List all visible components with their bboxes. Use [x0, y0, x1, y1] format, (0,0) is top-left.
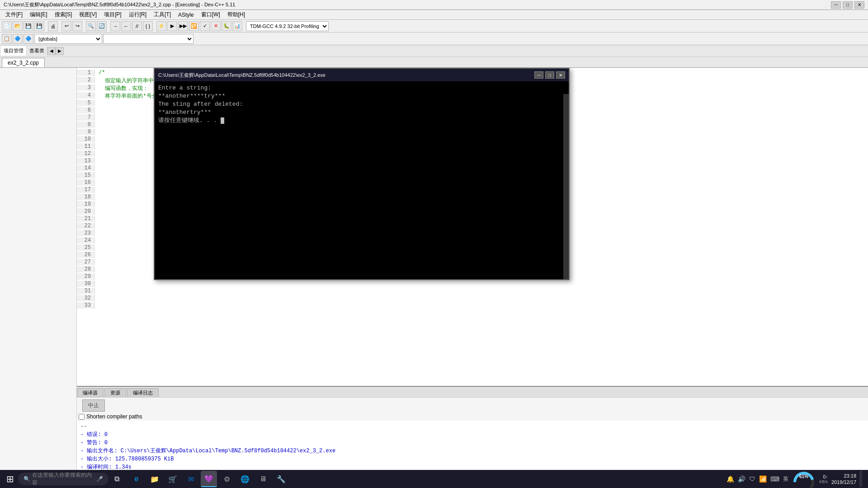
menu-bar: 文件[F]编辑[E]搜索[S]视图[V]项目[P]运行[R]工具[T]AStyl… [0, 10, 868, 20]
indent-button[interactable]: → [110, 21, 120, 31]
compiler-select[interactable]: TDM-GCC 4.9.2 32-bit Profiling [246, 21, 329, 31]
title-bar: C:\Users\王俊辉\AppData\Local\Temp\BNZ.5df8… [0, 0, 868, 10]
task-view-button[interactable]: ⧉ [108, 471, 125, 487]
toggle-comment-button[interactable]: // [132, 21, 142, 31]
taskbar-display[interactable]: 🖥 [255, 471, 271, 487]
terminal-titlebar: C:\Users\王俊辉\AppData\Local\Temp\BNZ.5df8… [155, 69, 569, 81]
sidebar-tab-project[interactable]: 项目管理 [1, 46, 27, 56]
maximize-button[interactable]: □ [843, 1, 853, 9]
rebuild-button[interactable]: 🔁 [189, 21, 199, 31]
main-area: 1 /* 2 假定输入的字符串中只包含字母和*号, 3 编写函数，实现： 4 将… [0, 68, 868, 476]
menu-item-R[interactable]: 运行[R] [125, 10, 150, 19]
taskbar-edge[interactable]: e [128, 471, 145, 487]
cpu-gauge-svg [792, 470, 816, 488]
menu-item-E[interactable]: 编辑[E] [26, 10, 51, 19]
sidebar-panel [0, 68, 77, 476]
menu-item-P[interactable]: 项目[P] [100, 10, 125, 19]
menu-item-S[interactable]: 搜索[S] [51, 10, 76, 19]
save-file-button[interactable]: 💾 [24, 21, 33, 31]
terminal-title: C:\Users\王俊辉\AppData\Local\Temp\BNZ.5df8… [158, 72, 534, 79]
taskbar-settings[interactable]: ⚙ [219, 471, 235, 487]
tab-compiler[interactable]: 编译器 [77, 388, 104, 397]
check-button[interactable]: ✓ [200, 21, 210, 31]
tab-compile-log[interactable]: 编译日志 [127, 388, 159, 397]
menu-item-F[interactable]: 文件[F] [2, 10, 26, 19]
menu-item-H[interactable]: 帮助[H] [224, 10, 249, 19]
terminal-minimize-button[interactable]: ─ [534, 71, 543, 79]
project-btn[interactable]: 📋 [2, 34, 12, 44]
shorten-paths-checkbox[interactable] [79, 414, 85, 420]
minimize-button[interactable]: ─ [831, 1, 841, 9]
compile-button[interactable]: ⚡ [156, 21, 166, 31]
function-select[interactable] [103, 34, 193, 44]
terminal-close-button[interactable]: ✕ [556, 71, 565, 79]
terminal-line-1: Entre a string: [158, 84, 565, 92]
taskbar-apps: e 📁 🛒 ✉ 💜 ⚙ 🌐 🖥 🔧 [128, 471, 427, 487]
new-file-button[interactable]: 📄 [2, 21, 12, 31]
close-button[interactable]: ✕ [854, 1, 864, 9]
terminal-body[interactable]: Entre a string: **another****try*** The … [155, 81, 569, 279]
lang-icon[interactable]: 英 [783, 475, 788, 483]
menu-item-V[interactable]: 视图[V] [75, 10, 100, 19]
debug-button[interactable]: 🐛 [222, 21, 231, 31]
block-button[interactable]: { } [143, 21, 153, 31]
taskbar: ⊞ 🔍 在这里输入你要搜索的内容 🎤 ⧉ e 📁 🛒 ✉ 💜 ⚙ 🌐 🖥 🔧 🔔… [0, 470, 868, 488]
network-icon[interactable]: 🔔 [726, 475, 734, 483]
sidebar-panel-header: 项目管理 查看类 ◀ ▶ [0, 45, 868, 57]
taskbar-vs[interactable]: 💜 [201, 471, 217, 487]
start-button[interactable]: ⊞ [2, 471, 18, 487]
taskbar-devtools[interactable]: 🔧 [273, 471, 289, 487]
search-button[interactable]: 🔍 [86, 21, 96, 31]
compile-run-button[interactable]: ▶▶ [178, 21, 188, 31]
toolbar-row1: 📄 📂 💾 💾 🖨 ↩ ↪ 🔍 🔄 → ← // { } ⚡ ▶ ▶▶ 🔁 ✓ … [0, 20, 868, 33]
terminal-maximize-button[interactable]: □ [545, 71, 554, 79]
unindent-button[interactable]: ← [121, 21, 131, 31]
panel-nav-left[interactable]: ◀ [47, 47, 56, 55]
microphone-icon[interactable]: 🎤 [96, 476, 103, 482]
system-clock[interactable]: 23:18 2019/12/17 [831, 473, 856, 486]
terminal-line-5: 请按任意键继续. . . [158, 117, 565, 125]
chart-button[interactable]: 📊 [232, 21, 242, 31]
terminal-scrollbar[interactable] [563, 94, 569, 279]
show-desktop-button[interactable] [860, 471, 863, 487]
taskbar-mail[interactable]: ✉ [183, 471, 199, 487]
wifi-icon[interactable]: 📶 [759, 475, 767, 483]
menu-item-W[interactable]: 窗口[W] [198, 10, 224, 19]
speed-unit: KB/s [819, 479, 828, 484]
sidebar-tab-class[interactable]: 查看类 [27, 46, 47, 56]
tab-ex2-3-2[interactable]: ex2_3_2.cpp [2, 58, 45, 67]
globals-select[interactable]: {globals} [34, 34, 102, 44]
open-file-button[interactable]: 📂 [13, 21, 23, 31]
taskbar-store[interactable]: 🛒 [165, 471, 181, 487]
tab-bar: ex2_3_2.cpp [0, 57, 868, 68]
class-btn[interactable]: 🔷 [13, 34, 23, 44]
panel-nav-right[interactable]: ▶ [56, 47, 64, 55]
run-button[interactable]: ▶ [167, 21, 177, 31]
upload-speed: 0↑ [823, 474, 828, 479]
volume-icon[interactable]: 🔊 [738, 475, 745, 483]
shorten-paths-label: Shorten compiler paths [86, 413, 142, 420]
debug-btn2[interactable]: 🔷 [24, 34, 33, 44]
menu-item-AStyle[interactable]: AStyle [175, 11, 198, 19]
undo-button[interactable]: ↩ [61, 21, 71, 31]
menu-item-T[interactable]: 工具[T] [150, 10, 175, 19]
redo-button[interactable]: ↪ [72, 21, 82, 31]
stop-button[interactable]: ✕ [211, 21, 221, 31]
system-icon[interactable]: ⌨ [770, 475, 779, 483]
window-title: C:\Users\王俊辉\AppData\Local\Temp\BNZ.5df8… [4, 1, 831, 8]
terminal-cursor [221, 117, 224, 124]
toolbar-row2: 📋 🔷 🔷 {globals} [0, 33, 868, 45]
print-button[interactable]: 🖨 [48, 21, 58, 31]
abort-button[interactable]: 中止 [82, 399, 105, 412]
replace-button[interactable]: 🔄 [97, 21, 107, 31]
taskbar-search-bar[interactable]: 🔍 在这里输入你要搜索的内容 🎤 [18, 473, 108, 485]
save-all-button[interactable]: 💾 [34, 21, 44, 31]
taskbar-explorer[interactable]: 📁 [146, 471, 163, 487]
output-separator: -- [80, 422, 864, 431]
antivirus-icon[interactable]: 🛡 [749, 475, 755, 483]
code-line-30: 30 [77, 281, 868, 288]
taskbar-browser[interactable]: 🌐 [237, 471, 253, 487]
tab-resources[interactable]: 资源 [104, 388, 126, 397]
editor-area[interactable]: 1 /* 2 假定输入的字符串中只包含字母和*号, 3 编写函数，实现： 4 将… [77, 68, 868, 476]
taskbar-search-placeholder: 在这里输入你要搜索的内容 [32, 471, 96, 487]
